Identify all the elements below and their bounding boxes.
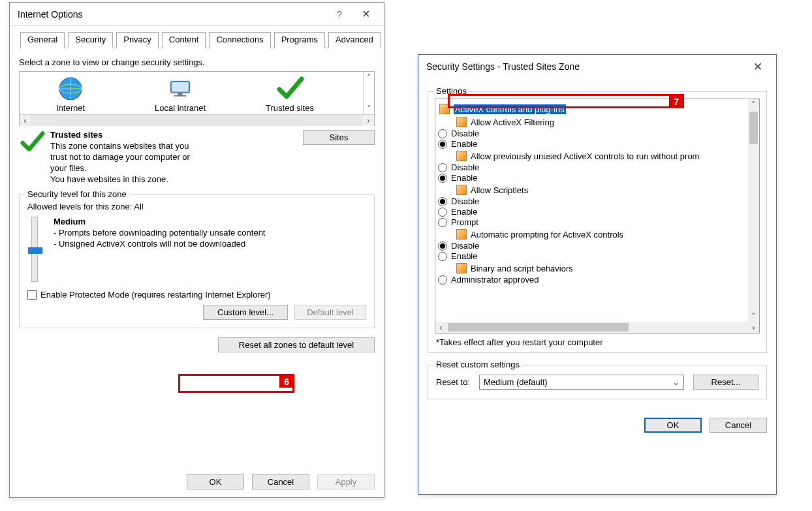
help-button[interactable]: ? [326,5,352,23]
scroll-right-icon[interactable]: › [748,322,759,333]
zone-desc-line: trust not to damage your computer or [50,152,298,162]
titlebar: Internet Options ? ✕ [10,3,384,26]
zone-trusted-sites-label: Trusted sites [251,103,329,113]
custom-level-button[interactable]: Custom level... [203,305,288,320]
ok-button[interactable]: OK [644,418,702,433]
svg-rect-5 [174,95,186,97]
activex-icon [439,104,450,114]
dialog-buttons: OK Cancel [428,418,767,437]
scroll-track[interactable] [364,83,374,103]
zone-trusted-sites[interactable]: Trusted sites [251,74,329,113]
radio-icon[interactable] [438,174,447,183]
checkmark-icon [19,130,45,185]
zone-hscroll[interactable]: ‹ › [20,114,374,125]
scroll-thumb[interactable] [749,112,758,144]
tree-option[interactable]: Enable [438,173,745,183]
tab-privacy[interactable]: Privacy [116,32,159,48]
tree-category[interactable]: Binary and script behaviors [455,262,745,274]
tree-hscroll[interactable]: ‹ › [435,322,759,333]
tree-option[interactable]: Disable [438,196,745,206]
allowed-levels: Allowed levels for this zone: All [27,202,366,211]
tree-option[interactable]: Administrator approved [438,275,745,285]
cancel-button[interactable]: Cancel [710,418,767,433]
tree-option-label: Enable [451,139,477,149]
tab-general[interactable]: General [20,32,65,48]
security-level-slider[interactable] [27,217,42,282]
level-name: Medium [54,217,265,226]
tree-category[interactable]: Allow ActiveX Filtering [455,116,745,128]
tree-option[interactable]: Disable [438,241,745,251]
level-bullet: - Prompts before downloading potentially… [54,228,265,238]
tree-category-root[interactable]: ActiveX controls and plug-ins [438,103,745,115]
radio-icon[interactable] [438,197,447,206]
scroll-left-icon[interactable]: ‹ [20,115,31,126]
radio-icon[interactable] [438,275,447,285]
settings-tree: ActiveX controls and plug-insAllow Activ… [435,99,760,333]
scroll-right-icon[interactable]: › [363,115,374,126]
zone-desc-line: your files. [50,163,298,173]
tree-option[interactable]: Disable [438,129,745,138]
tab-security[interactable]: Security [68,32,113,48]
activex-icon [456,263,467,273]
level-bullet: - Unsigned ActiveX controls will not be … [54,239,265,249]
tree-option[interactable]: Enable [438,251,745,261]
reset-to-label: Reset to: [436,377,470,387]
checkbox-icon[interactable] [27,290,37,300]
protected-mode-row[interactable]: Enable Protected Mode (requires restarti… [27,290,366,300]
scroll-up-icon[interactable]: ˄ [364,72,375,83]
radio-icon[interactable] [438,208,447,217]
sites-button[interactable]: Sites [303,130,375,145]
scroll-track[interactable] [31,115,363,126]
reset-to-select[interactable]: Medium (default) ⌄ [479,375,684,390]
radio-icon[interactable] [438,129,447,138]
activex-icon [456,229,467,240]
svg-rect-3 [172,82,188,91]
zone-vscroll[interactable]: ˄ ˅ [363,72,374,114]
tree-option[interactable]: Disable [438,163,745,172]
radio-icon[interactable] [438,241,447,251]
zone-internet-label: Internet [31,103,110,113]
tree-option[interactable]: Prompt [438,217,745,227]
tree-option-label: Disable [451,129,479,138]
close-button[interactable]: ✕ [745,57,771,76]
zone-local-intranet[interactable]: Local intranet [141,74,219,113]
tree-category[interactable]: Automatic prompting for ActiveX controls [455,228,745,240]
scroll-left-icon[interactable]: ‹ [435,322,446,333]
checkmark-icon [251,74,329,103]
zone-desc-title: Trusted sites [50,130,298,140]
cancel-button[interactable]: Cancel [252,474,309,489]
activex-icon [456,151,467,161]
radio-icon[interactable] [438,140,447,149]
tree-category[interactable]: Allow previously unused ActiveX controls… [455,150,745,162]
zone-desc-line: You have websites in this zone. [50,174,298,184]
tab-content[interactable]: Content [162,32,206,48]
reset-all-zones-button[interactable]: Reset all zones to default level [218,337,375,352]
chevron-down-icon: ⌄ [672,377,679,387]
tree-vscroll[interactable]: ˄ ˅ [748,99,759,322]
scroll-up-icon[interactable]: ˄ [748,99,759,110]
radio-icon[interactable] [438,218,447,227]
tree-option-label: Administrator approved [451,275,539,285]
zone-internet[interactable]: Internet [31,74,110,113]
slider-thumb[interactable] [28,247,42,254]
dialog-title: Security Settings - Trusted Sites Zone [426,61,580,72]
tree-option[interactable]: Enable [438,207,745,217]
ok-button[interactable]: OK [187,474,244,489]
reset-button[interactable]: Reset... [693,375,758,390]
scroll-down-icon[interactable]: ˅ [364,103,375,114]
tree-category[interactable]: Allow Scriptlets [455,184,745,196]
close-button[interactable]: ✕ [352,5,379,23]
internet-options-dialog: Internet Options ? ✕ General Security Pr… [9,2,384,498]
tab-advanced[interactable]: Advanced [328,32,381,48]
annotation-6-label: 6 [279,376,294,388]
tab-connections[interactable]: Connections [209,32,270,48]
settings-legend: Settings [433,86,469,96]
activex-icon [456,117,467,127]
tree-option[interactable]: Enable [438,139,745,149]
radio-icon[interactable] [438,252,447,261]
radio-icon[interactable] [438,163,447,172]
scroll-thumb[interactable] [448,323,629,332]
scroll-down-icon[interactable]: ˅ [748,311,759,322]
tree-category-label: ActiveX controls and plug-ins [454,104,566,114]
tab-programs[interactable]: Programs [274,32,325,48]
